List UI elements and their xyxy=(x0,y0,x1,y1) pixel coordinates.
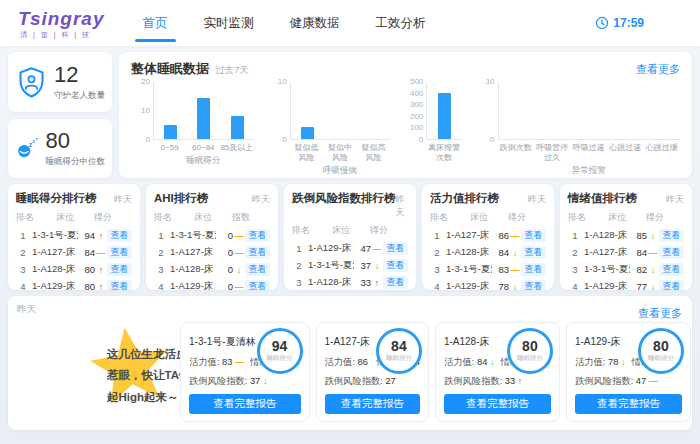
view-link[interactable]: 查看 xyxy=(383,259,408,272)
view-link[interactable]: 查看 xyxy=(521,263,546,276)
y-axis: 01020 xyxy=(131,82,153,140)
nav-tab-ergonomics-analysis[interactable]: 工效分析 xyxy=(372,0,430,46)
view-link[interactable]: 查看 xyxy=(383,276,408,289)
clock-display: 17:59 xyxy=(595,16,644,30)
mini-bar-chart-2: 0100200300400500离床报警 次数 xyxy=(404,82,461,177)
sleep-zzz-icon: z z z xyxy=(15,131,40,165)
resident-card-2: 1-A128-床80睡眠得分活力值: 84 ↓情绪值: 85 ↓跌倒风险指数: … xyxy=(435,322,560,422)
ranking-row: 31-A128-床0↓查看 xyxy=(154,261,270,278)
ranking-title: 跌倒风险指数排行榜 xyxy=(292,191,396,206)
trend-flat-icon: — xyxy=(235,357,244,367)
bed-name: 1-A128-床 xyxy=(444,335,516,349)
sleep-overview-panel: 整体睡眠数据 过去7天 查看更多 010200~5960~8485及以上睡眠得分… xyxy=(119,52,692,178)
chart-body: 跌倒次数呼吸暂停 过久呼吸过速心跳过速心跳过缓异常报警 xyxy=(498,82,680,177)
view-link[interactable]: 查看 xyxy=(245,263,270,276)
view-link[interactable]: 查看 xyxy=(245,246,270,259)
clock-time: 17:59 xyxy=(613,16,644,30)
metric-line-fall-risk: 跌倒风险指数: 33 ↑ xyxy=(444,375,551,388)
view-report-button[interactable]: 查看完整报告 xyxy=(575,394,682,414)
view-link[interactable]: 查看 xyxy=(521,246,546,259)
rank-cell: 1 xyxy=(16,230,30,241)
sleep-score-label: 睡眠得分 xyxy=(386,354,412,363)
chart-body: 0~5960~8485及以上睡眠得分 xyxy=(153,82,254,177)
guarded-elderly-count: 12 xyxy=(54,62,105,88)
brand-name: Tsingray xyxy=(18,9,105,28)
resident-cards-row: 1-3-1号-夏清林94睡眠得分活力值: 83 —情绪值: 82 ↓跌倒风险指数… xyxy=(180,322,686,422)
bed-cell: 1-A128-床 xyxy=(582,229,630,242)
bed-cell: 1-A127-床 xyxy=(582,246,630,259)
view-report-button[interactable]: 查看完整报告 xyxy=(325,394,420,414)
trend-down-icon: ↓ xyxy=(237,265,242,275)
overview-view-more-link[interactable]: 查看更多 xyxy=(636,62,680,77)
trend-flat-icon: — xyxy=(97,248,106,258)
view-link[interactable]: 查看 xyxy=(245,229,270,242)
period-badge: 昨天 xyxy=(252,193,270,206)
trend-cell: ↓ xyxy=(647,230,659,241)
view-link[interactable]: 查看 xyxy=(107,263,132,276)
rank-cell: 3 xyxy=(430,264,444,275)
trend-flat-icon: — xyxy=(235,248,244,258)
view-link[interactable]: 查看 xyxy=(659,280,684,290)
rank-cell: 4 xyxy=(568,281,582,290)
bed-name: 1-A129-床 xyxy=(575,335,647,349)
view-link[interactable]: 查看 xyxy=(383,242,408,255)
bar-slot xyxy=(154,125,187,140)
sleep-score-value: 80 xyxy=(522,339,538,353)
y-tick-label: 10 xyxy=(486,78,495,86)
sleep-score-ring: 80睡眠得分 xyxy=(507,328,553,374)
view-link[interactable]: 查看 xyxy=(107,229,132,242)
ranking-title: 睡眠得分排行榜 xyxy=(16,191,97,206)
trend-cell: — xyxy=(233,247,245,258)
guarded-elderly-label: 守护老人数量 xyxy=(54,90,105,102)
view-link[interactable]: 查看 xyxy=(245,280,270,290)
view-link[interactable]: 查看 xyxy=(521,280,546,290)
mini-bar-chart-1: 010疑似低 风险疑似中 风险疑似高 风险呼吸慢病 xyxy=(268,82,391,177)
view-link[interactable]: 查看 xyxy=(107,280,132,290)
trend-up-icon: ↑ xyxy=(375,278,380,288)
view-report-button[interactable]: 查看完整报告 xyxy=(444,394,551,414)
ranking-row: 21-A127-床84—查看 xyxy=(568,244,684,261)
trend-cell: — xyxy=(95,247,107,258)
vitality-label: 活力值: xyxy=(444,357,477,367)
chart-plot xyxy=(153,82,254,140)
trend-cell: ↓ xyxy=(233,264,245,275)
score-cell: 85 xyxy=(630,230,647,241)
view-link[interactable]: 查看 xyxy=(659,263,684,276)
period-badge: 昨天 xyxy=(666,193,684,206)
view-link[interactable]: 查看 xyxy=(659,246,684,259)
nav-tab-label: 健康数据 xyxy=(290,15,340,32)
x-category-label: 离床报警 次数 xyxy=(426,143,461,163)
resident-card-3: 1-A129-床80睡眠得分活力值: 78 ↓情绪值: 77 ↓跌倒风险指数: … xyxy=(566,322,691,422)
y-tick-label: 10 xyxy=(141,107,150,115)
bed-cell: 1-3-1号-夏清林 xyxy=(168,229,216,242)
ranking-columns: 排名床位指数 xyxy=(154,211,270,224)
view-link[interactable]: 查看 xyxy=(521,229,546,242)
bed-cell: 1-A127-床 xyxy=(444,229,492,242)
column-header: 得分 xyxy=(92,211,132,224)
nav-tab-realtime-monitor[interactable]: 实时监测 xyxy=(200,0,258,46)
nav-tab-home[interactable]: 首页 xyxy=(139,0,172,46)
trend-up-icon: ↑ xyxy=(99,265,104,275)
ranking-row: 11-A129-床47—查看 xyxy=(292,240,408,257)
view-link[interactable]: 查看 xyxy=(107,246,132,259)
clock-icon xyxy=(595,16,609,30)
svg-text:z: z xyxy=(32,138,35,144)
x-category-label: 呼吸暂停 过久 xyxy=(534,143,570,163)
nav-tab-health-data[interactable]: 健康数据 xyxy=(286,0,344,46)
x-category-row: 0~5960~8485及以上 xyxy=(153,140,254,153)
rank-cell: 2 xyxy=(430,247,444,258)
score-cell: 37 xyxy=(354,260,371,271)
ranking-panel-header: 情绪值排行榜昨天 xyxy=(568,191,684,206)
bar xyxy=(438,93,451,139)
nav-tab-label: 工效分析 xyxy=(376,15,426,32)
ranking-row: 31-A128-床80↑查看 xyxy=(16,261,132,278)
view-link[interactable]: 查看 xyxy=(659,229,684,242)
bed-cell: 1-A128-床 xyxy=(30,263,78,276)
y-tick-label: 100 xyxy=(410,124,423,132)
ranking-row: 41-A129-床80↑查看 xyxy=(16,278,132,290)
fall-risk-value: 33 xyxy=(505,376,518,386)
rank-cell: 3 xyxy=(154,264,168,275)
view-report-button[interactable]: 查看完整报告 xyxy=(189,394,301,414)
highlight-view-more-link[interactable]: 查看更多 xyxy=(638,306,682,321)
trend-cell: ↑ xyxy=(95,281,107,290)
